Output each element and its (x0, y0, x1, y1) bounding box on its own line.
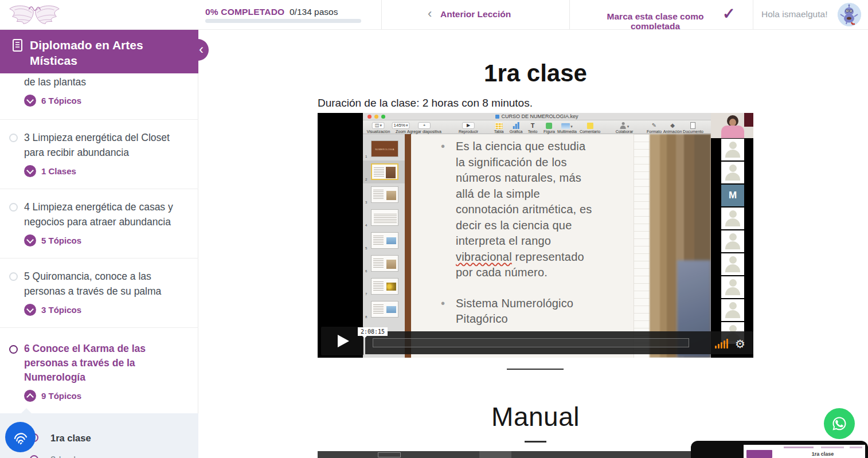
progress-bar (205, 19, 361, 23)
slide-thumbnail-selected: 2 (363, 161, 405, 183)
tool-comment: Comentario (580, 122, 600, 134)
lesson-label: 4 Limpieza energética de casas y negocio… (24, 199, 185, 229)
plus-icon: + (418, 122, 431, 129)
table-icon (495, 123, 502, 129)
mark-complete-button[interactable]: Marca esta clase como completada (601, 11, 710, 30)
shape-icon (546, 123, 553, 129)
lesson-meta: 6 Tópicos (41, 96, 81, 105)
participant-avatar (721, 230, 744, 252)
lesson-label: 3 Limpieza energética del Closet para re… (24, 130, 185, 160)
volume-icon[interactable] (715, 339, 728, 349)
video-player[interactable]: CURSO DE NUMEROLOGIA.key ◫▾ Visualizació… (318, 113, 753, 358)
course-title: Diplomado en Artes Místicas (30, 37, 179, 68)
chevron-down-icon[interactable] (24, 165, 36, 177)
status-circle (30, 455, 38, 458)
tool-table: Tabla (494, 122, 504, 134)
tool-format: ✎ Formato (647, 122, 662, 134)
status-circle (9, 134, 18, 142)
tool-shape: Figura (544, 122, 555, 134)
topic-item[interactable]: 2da clase (0, 455, 198, 458)
play-button[interactable] (321, 327, 363, 355)
keynote-toolbar: ◫▾ Visualización 145%▾ Zoom + Agregar di… (363, 120, 711, 134)
participant-initial-tile: M (721, 185, 744, 206)
webcam-strip: M (711, 113, 753, 358)
play-icon: ▶ (462, 122, 475, 129)
lesson-item-active[interactable]: 6 Conoce el Karma de las personas a trav… (0, 327, 198, 413)
chevron-left-icon: ‹ (428, 6, 432, 21)
book-icon (13, 39, 24, 55)
lesson-meta: 3 Tópicos (41, 305, 81, 315)
accessibility-button[interactable] (5, 422, 36, 452)
progress-label: 0% COMPLETADO (205, 7, 284, 17)
tool-media: ▾ Multimedia (557, 122, 577, 134)
lesson-label: de las plantas (24, 75, 185, 89)
tool-animate: ◆ Animación (663, 122, 682, 134)
keynote-file-icon (495, 115, 499, 119)
format-brush-icon: ✎ (652, 122, 656, 129)
pip-mini-title: 1ra clase (794, 451, 851, 457)
avatar[interactable] (838, 3, 861, 26)
pip-page-preview: 1ra clase (744, 445, 865, 458)
lesson-item[interactable]: 5 Quiromancia, conoce a las personas a t… (0, 258, 198, 327)
participant-avatar (721, 139, 744, 161)
chevron-up-icon[interactable] (24, 390, 36, 402)
pdf-toolbar-zone (479, 451, 511, 458)
comment-icon (587, 123, 593, 129)
chevron-down-icon[interactable] (24, 304, 36, 316)
lesson-item[interactable]: 4 Limpieza energética de casas y negocio… (0, 189, 198, 258)
tool-document: Documento (683, 122, 703, 134)
current-slide: Es la ciencia que estudia la significaci… (411, 134, 711, 358)
slide-6-thumb (371, 255, 398, 272)
slide-thumbnail: 8 (363, 298, 405, 321)
whatsapp-button[interactable] (824, 408, 855, 439)
slide-thumbnail: 3 (363, 183, 405, 206)
slide-painting-image (650, 134, 711, 358)
lesson-meta: 1 Clases (41, 166, 76, 176)
participant-avatar (721, 253, 744, 275)
topic-label: 2da clase (50, 455, 91, 458)
page-title: 1ra clase (318, 60, 753, 87)
slide-edge-strip (405, 134, 411, 358)
topbar-divider (753, 0, 753, 30)
status-circle (9, 203, 18, 212)
animate-diamond-icon: ◆ (670, 122, 675, 129)
section-divider (507, 369, 564, 370)
previous-lesson-button[interactable]: Anterior Lección (440, 9, 511, 19)
seek-bar[interactable] (373, 338, 689, 347)
lesson-list: de las plantas 6 Tópicos 3 Limpieza ener… (0, 73, 198, 458)
slide-thumbnail: 7 (363, 275, 405, 298)
participant-avatar (721, 162, 744, 183)
lesson-item[interactable]: 3 Limpieza energética del Closet para re… (0, 119, 198, 189)
participant-avatar (721, 299, 744, 321)
picture-in-picture-window[interactable]: 1ra clase (691, 441, 868, 458)
brand-logo[interactable] (7, 2, 62, 28)
slide-bullet-1: Es la ciencia que estudia la significaci… (439, 139, 592, 281)
chart-icon (513, 122, 519, 129)
lesson-duration: Duración de la clase: 2 horas con 8 minu… (318, 97, 533, 109)
user-greeting: Hola ismaelguta! (761, 9, 827, 19)
chevron-down-icon[interactable] (24, 95, 36, 107)
slide-8-thumb (371, 301, 398, 318)
slide-thumbnail: 4 (363, 206, 405, 229)
lesson-item[interactable]: de las plantas 6 Tópicos (0, 73, 198, 119)
view-icon: ◫▾ (372, 122, 385, 129)
participant-avatar (721, 208, 744, 229)
course-header[interactable]: Diplomado en Artes Místicas (0, 30, 198, 73)
tool-text: T Texto (528, 122, 538, 134)
slide-bullet-2: Sistema Numerológico Pitagórico (439, 296, 592, 327)
wings-logo-icon (7, 2, 62, 28)
pdf-toolbar[interactable] (318, 451, 753, 458)
pip-mini-sidebar (746, 450, 772, 458)
topbar-divider (569, 0, 570, 30)
chevron-down-icon[interactable] (24, 234, 36, 246)
sidebar-collapse-button[interactable]: ‹ (187, 39, 209, 61)
slide-7-thumb (371, 278, 398, 295)
collaborate-icon (620, 122, 627, 129)
topbar-divider (381, 0, 382, 30)
slide-1-thumb: NUMEROLOGIA (371, 140, 398, 157)
slide-2-thumb (371, 163, 398, 180)
tool-add-slide: + Agregar diapositiva (407, 122, 441, 134)
slide-navigator: 1 NUMEROLOGIA 2 3 4 5 (363, 134, 405, 358)
gear-icon[interactable]: ⚙ (735, 337, 745, 351)
slide-3-thumb (371, 186, 398, 203)
